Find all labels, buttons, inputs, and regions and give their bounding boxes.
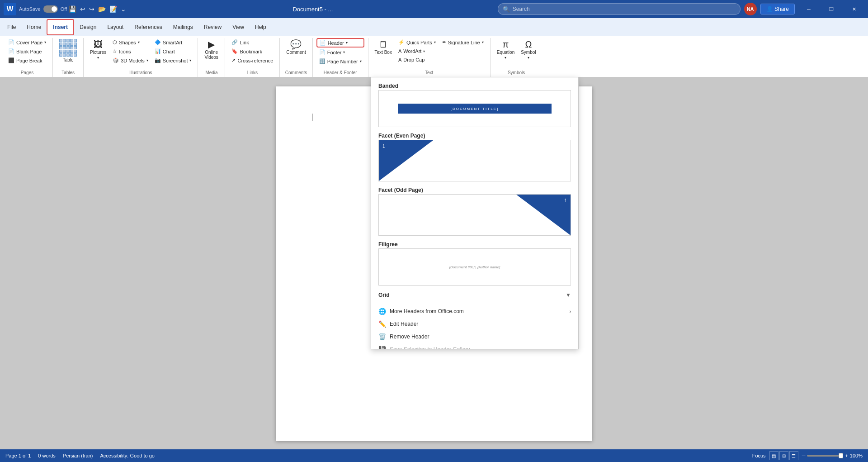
wordart-button[interactable]: A WordArt ▾ xyxy=(396,47,439,55)
icons-button[interactable]: ☆ Icons xyxy=(110,47,151,56)
zoom-bar: ─ + 100% xyxy=(802,453,863,458)
search-input[interactable] xyxy=(513,6,736,12)
restore-button[interactable]: ❐ xyxy=(821,2,842,16)
tab-review[interactable]: Review xyxy=(198,19,227,35)
chart-icon: 📊 xyxy=(155,48,161,54)
table-label: Table xyxy=(63,57,74,62)
save-selection-item: 💾 Save Selection to Header Gallery... xyxy=(371,343,578,349)
page-break-label: Page Break xyxy=(16,58,42,63)
smartart-button[interactable]: 🔷 SmartArt xyxy=(152,38,194,47)
quick-parts-icon: ⚡ xyxy=(398,39,405,45)
online-videos-button[interactable]: ▶ OnlineVideos xyxy=(202,38,221,62)
open-icon[interactable]: 📂 xyxy=(96,5,108,13)
zoom-in-button[interactable]: + xyxy=(845,453,848,458)
filigree-preview[interactable]: [Document title] | [Author name] xyxy=(378,248,571,286)
shapes-button[interactable]: ⬡ Shapes ▾ xyxy=(110,38,151,47)
banded-preview[interactable]: [DOCUMENT TITLE] xyxy=(378,90,571,127)
remove-header-item[interactable]: 🗑️ Remove Header xyxy=(371,330,578,343)
share-icon: 👤 xyxy=(766,6,773,12)
drop-cap-button[interactable]: A Drop Cap xyxy=(396,56,439,64)
page-number-dd-arrow: ▾ xyxy=(360,59,362,63)
dropdown-scroll-area[interactable]: Banded [DOCUMENT TITLE] Facet (Even Page… xyxy=(371,77,578,349)
blank-page-button[interactable]: 📄 Blank Page xyxy=(5,47,49,56)
share-button[interactable]: 👤 Share xyxy=(760,4,795,14)
equation-button[interactable]: π Equation ▾ xyxy=(494,38,517,62)
undo-icon[interactable]: ↩ xyxy=(78,5,87,13)
save-selection-label: Save Selection to Header Gallery... xyxy=(390,346,474,349)
shapes-label: Shapes xyxy=(119,40,136,45)
facet-odd-preview[interactable]: 1 xyxy=(378,194,571,236)
cross-reference-button[interactable]: ↗ Cross-reference xyxy=(229,56,276,65)
save-icon[interactable]: 💾 xyxy=(67,5,78,13)
redo-icon[interactable]: ↪ xyxy=(87,5,96,13)
screenshot-label: Screenshot xyxy=(163,58,188,63)
quick-access-more-icon[interactable]: ⌄ xyxy=(119,5,128,13)
grid-item[interactable]: Grid ▼ xyxy=(371,289,578,301)
tab-home[interactable]: Home xyxy=(21,19,47,35)
zoom-slider[interactable] xyxy=(807,455,843,457)
autosave-label: AutoSave xyxy=(19,6,41,12)
text-group-label: Text xyxy=(372,69,486,77)
text-box-button[interactable]: 🗒 Text Box xyxy=(372,38,395,57)
track-changes-icon[interactable]: 📝 xyxy=(108,5,119,13)
tab-file[interactable]: File xyxy=(2,19,21,35)
tab-references[interactable]: References xyxy=(129,19,167,35)
text-box-icon: 🗒 xyxy=(379,40,388,49)
autosave-toggle[interactable] xyxy=(43,5,58,13)
tab-help[interactable]: Help xyxy=(250,19,272,35)
tab-mailings[interactable]: Mailings xyxy=(168,19,198,35)
close-button[interactable]: ✕ xyxy=(844,2,864,16)
tab-layout[interactable]: Layout xyxy=(102,19,129,35)
cover-page-button[interactable]: 📄 Cover Page ▾ xyxy=(5,38,49,47)
search-box[interactable]: 🔍 xyxy=(498,3,741,15)
zoom-out-button[interactable]: ─ xyxy=(802,453,806,458)
tab-view[interactable]: View xyxy=(227,19,250,35)
read-mode-button[interactable]: ☰ xyxy=(789,451,798,460)
page-number-button[interactable]: 🔢 Page Number ▾ xyxy=(316,57,364,66)
focus-label[interactable]: Focus xyxy=(752,453,766,458)
symbol-button[interactable]: Ω Symbol ▾ xyxy=(518,38,538,62)
signature-line-button[interactable]: ✒ Signature Line ▾ xyxy=(439,38,486,47)
chart-button[interactable]: 📊 Chart xyxy=(152,47,194,56)
quick-parts-button[interactable]: ⚡ Quick Parts ▾ xyxy=(396,38,439,47)
symbol-dd-arrow: ▾ xyxy=(528,56,529,60)
facet-odd-num: 1 xyxy=(564,198,567,203)
footer-button[interactable]: 📄 Footer ▾ xyxy=(316,48,364,57)
wordart-label: WordArt xyxy=(403,48,421,54)
links-group-label: Links xyxy=(229,69,276,77)
comments-group: 💬 Comment Comments xyxy=(280,38,312,77)
print-layout-button[interactable]: ▤ xyxy=(769,451,778,460)
3d-models-dd-arrow: ▾ xyxy=(146,58,148,62)
pictures-label: Pictures xyxy=(90,50,106,55)
toggle-off-label: Off xyxy=(61,6,67,12)
minimize-button[interactable]: ─ xyxy=(798,2,819,16)
wordart-dd-arrow: ▾ xyxy=(423,49,425,53)
comment-label: Comment xyxy=(286,50,306,55)
facet-even-preview[interactable]: 1 xyxy=(378,140,571,181)
page-break-button[interactable]: ⬛ Page Break xyxy=(5,56,49,65)
screenshot-button[interactable]: 📷 Screenshot ▾ xyxy=(152,56,194,65)
edit-header-item[interactable]: ✏️ Edit Header xyxy=(371,318,578,330)
quick-parts-label: Quick Parts xyxy=(406,40,432,45)
tab-insert[interactable]: Insert xyxy=(47,19,74,35)
facet-even-num: 1 xyxy=(382,144,385,149)
screenshot-dd-arrow: ▾ xyxy=(189,58,191,62)
smartart-icon: 🔷 xyxy=(155,39,161,45)
web-layout-button[interactable]: ⊞ xyxy=(779,451,788,460)
link-icon: 🔗 xyxy=(231,39,238,45)
online-videos-icon: ▶ xyxy=(208,40,215,49)
bookmark-button[interactable]: 🔖 Bookmark xyxy=(229,47,276,56)
footer-icon: 📄 xyxy=(319,49,326,55)
more-headers-item[interactable]: 🌐 More Headers from Office.com › xyxy=(371,305,578,318)
header-label: Header xyxy=(328,40,344,46)
pictures-button[interactable]: 🖼 Pictures ▾ xyxy=(87,38,109,62)
3d-models-button[interactable]: 🎲 3D Models ▾ xyxy=(110,56,151,65)
header-icon: 📄 xyxy=(320,40,326,46)
header-button[interactable]: 📄 Header ▾ xyxy=(316,38,364,48)
tab-design[interactable]: Design xyxy=(74,19,102,35)
comment-button[interactable]: 💬 Comment xyxy=(283,38,308,57)
ribbon-content: 📄 Cover Page ▾ 📄 Blank Page ⬛ Page Break… xyxy=(0,36,868,77)
equation-dd-arrow: ▾ xyxy=(505,56,506,60)
table-button[interactable]: Table xyxy=(57,38,80,63)
link-button[interactable]: 🔗 Link xyxy=(229,38,276,47)
